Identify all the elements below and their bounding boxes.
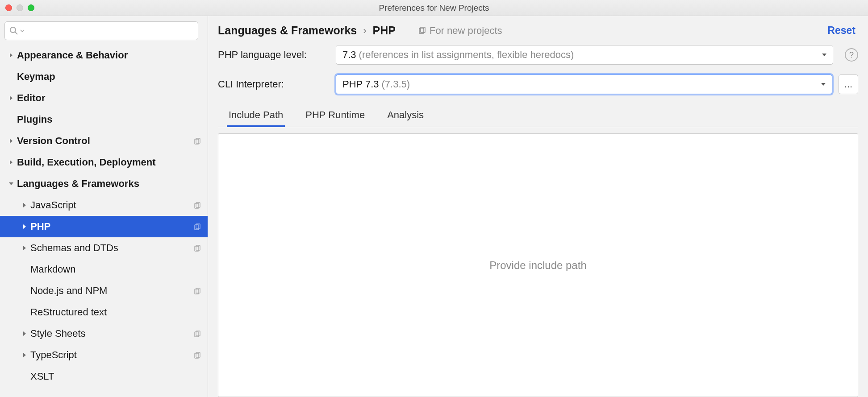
- sidebar-item-label: PHP: [30, 221, 190, 232]
- sidebar-item-appearance-behavior[interactable]: Appearance & Behavior: [0, 45, 208, 66]
- settings-sidebar: Appearance & BehaviorKeymapEditorPlugins…: [0, 16, 208, 397]
- copy-icon: [193, 222, 202, 231]
- for-new-projects-hint: For new projects: [418, 25, 502, 37]
- window-title: Preferences for New Projects: [0, 3, 868, 13]
- sidebar-item-label: JavaScript: [30, 199, 190, 211]
- php-language-level-label: PHP language level:: [218, 49, 330, 61]
- chevron-right-icon[interactable]: [8, 52, 14, 58]
- help-button[interactable]: ?: [845, 48, 858, 62]
- browse-interpreter-button[interactable]: ...: [839, 74, 858, 94]
- sidebar-item-label: Editor: [17, 92, 202, 104]
- tab-php-runtime[interactable]: PHP Runtime: [304, 107, 367, 127]
- sidebar-item-label: Style Sheets: [30, 328, 190, 339]
- disclosure-spacer: [21, 309, 28, 315]
- include-path-panel: Provide include path: [218, 133, 858, 397]
- chevron-down-icon: [20, 29, 25, 33]
- sidebar-item-label: Markdown: [30, 264, 202, 275]
- search-input[interactable]: [26, 26, 193, 36]
- chevron-right-icon[interactable]: [8, 159, 14, 165]
- copy-icon: [193, 244, 202, 252]
- sidebar-item-label: Keymap: [17, 71, 202, 83]
- copy-icon: [193, 286, 202, 295]
- breadcrumb-separator: ›: [363, 25, 366, 37]
- sidebar-item-build-execution-deployment[interactable]: Build, Execution, Deployment: [0, 152, 208, 173]
- svg-line-1: [15, 32, 17, 34]
- chevron-down-icon: [821, 52, 827, 58]
- sidebar-item-editor[interactable]: Editor: [0, 87, 208, 109]
- copy-icon: [193, 329, 202, 338]
- titlebar: Preferences for New Projects: [0, 0, 868, 16]
- sidebar-item-languages-frameworks[interactable]: Languages & Frameworks: [0, 173, 208, 194]
- sidebar-item-typescript[interactable]: TypeScript: [0, 344, 208, 366]
- sidebar-item-restructured-text[interactable]: ReStructured text: [0, 302, 208, 323]
- chevron-right-icon[interactable]: [21, 223, 28, 230]
- sidebar-item-label: Build, Execution, Deployment: [17, 157, 202, 168]
- disclosure-spacer: [21, 373, 28, 380]
- sidebar-item-javascript[interactable]: JavaScript: [0, 194, 208, 216]
- breadcrumb-parent: Languages & Frameworks: [218, 24, 357, 37]
- disclosure-spacer: [21, 266, 28, 273]
- search-field[interactable]: [4, 21, 198, 40]
- copy-icon: [418, 27, 426, 35]
- reset-button[interactable]: Reset: [827, 25, 855, 37]
- chevron-right-icon[interactable]: [8, 95, 14, 101]
- search-icon: [9, 26, 18, 35]
- cli-interpreter-label: CLI Interpreter:: [218, 79, 330, 90]
- sidebar-item-label: Version Control: [17, 135, 190, 147]
- chevron-right-icon[interactable]: [21, 202, 28, 208]
- settings-tree: Appearance & BehaviorKeymapEditorPlugins…: [0, 45, 208, 387]
- sidebar-item-xslt[interactable]: XSLT: [0, 366, 208, 387]
- sidebar-item-schemas-and-dtds[interactable]: Schemas and DTDs: [0, 237, 208, 259]
- disclosure-spacer: [8, 74, 14, 80]
- disclosure-spacer: [21, 288, 28, 294]
- tab-analysis[interactable]: Analysis: [385, 107, 426, 127]
- sidebar-item-style-sheets[interactable]: Style Sheets: [0, 323, 208, 344]
- sidebar-item-label: Plugins: [17, 114, 202, 125]
- chevron-right-icon[interactable]: [8, 138, 14, 144]
- copy-icon: [193, 201, 202, 210]
- cli-interpreter-select[interactable]: PHP 7.3 (7.3.5): [336, 74, 832, 94]
- chevron-down-icon[interactable]: [8, 181, 14, 187]
- include-path-placeholder: Provide include path: [489, 259, 586, 272]
- sidebar-item-label: Schemas and DTDs: [30, 242, 190, 254]
- tab-include-path[interactable]: Include Path: [227, 107, 285, 127]
- chevron-right-icon[interactable]: [21, 245, 28, 251]
- sidebar-item-label: Node.js and NPM: [30, 285, 190, 297]
- chevron-down-icon: [820, 81, 826, 87]
- copy-icon: [193, 136, 202, 145]
- sidebar-item-php[interactable]: PHP: [0, 216, 208, 237]
- sidebar-item-label: ReStructured text: [30, 306, 202, 318]
- sidebar-item-label: TypeScript: [30, 349, 190, 361]
- sidebar-item-markdown[interactable]: Markdown: [0, 259, 208, 280]
- sidebar-item-label: XSLT: [30, 371, 202, 382]
- disclosure-spacer: [8, 116, 14, 123]
- sidebar-item-label: Appearance & Behavior: [17, 50, 202, 61]
- breadcrumb-current: PHP: [373, 24, 396, 37]
- sidebar-item-plugins[interactable]: Plugins: [0, 109, 208, 130]
- svg-point-0: [10, 27, 16, 33]
- breadcrumb: Languages & Frameworks › PHP: [218, 24, 396, 37]
- sidebar-item-label: Languages & Frameworks: [17, 178, 202, 190]
- chevron-right-icon[interactable]: [21, 352, 28, 358]
- copy-icon: [193, 351, 202, 360]
- chevron-right-icon[interactable]: [21, 331, 28, 337]
- php-language-level-select[interactable]: 7.3 (references in list assignments, fle…: [336, 45, 833, 65]
- sidebar-item-node-js-and-npm[interactable]: Node.js and NPM: [0, 280, 208, 302]
- sidebar-item-version-control[interactable]: Version Control: [0, 130, 208, 152]
- sidebar-item-keymap[interactable]: Keymap: [0, 66, 208, 87]
